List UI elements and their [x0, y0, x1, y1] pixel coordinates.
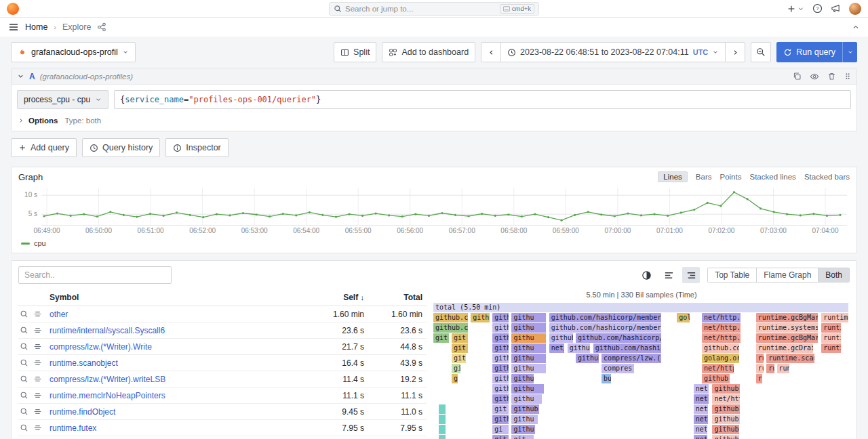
flame-node[interactable]: gola [677, 313, 690, 322]
duplicate-query-icon[interactable] [793, 72, 802, 81]
sandwich-view-icon[interactable] [33, 407, 42, 416]
new-menu-button[interactable] [787, 4, 804, 14]
flame-node[interactable]: net.Di [694, 384, 710, 394]
flame-node[interactable]: githu [511, 313, 547, 322]
view-flame-graph[interactable]: Flame Graph [756, 268, 818, 282]
flame-node[interactable]: runt [777, 364, 790, 373]
flame-node[interactable]: githu [492, 394, 509, 404]
flame-node[interactable]: net/http.(*c [702, 313, 741, 322]
flame-node[interactable]: github.cc [549, 333, 574, 343]
flame-node[interactable]: net.( [694, 404, 709, 414]
time-range-forward-button[interactable] [725, 42, 745, 62]
time-range-back-button[interactable] [481, 42, 501, 62]
flame-node[interactable]: github.com/hashicorp/memberli [576, 333, 662, 343]
breadcrumb-home[interactable]: Home [25, 22, 47, 32]
graph-style-bars[interactable]: Bars [696, 171, 712, 182]
search-input[interactable] [345, 5, 496, 13]
search-symbol-icon[interactable] [20, 326, 28, 335]
flame-node[interactable]: compres [601, 364, 635, 373]
search-symbol-icon[interactable] [20, 375, 28, 383]
flame-node[interactable]: github.com/hashicorp [593, 343, 662, 353]
help-icon[interactable]: ? [812, 3, 823, 14]
flame-node[interactable]: githu [471, 313, 490, 322]
flame-node[interactable]: runtime [821, 313, 849, 322]
query-history-button[interactable]: Query history [82, 138, 160, 157]
flame-node[interactable]: total (5.50 min) [433, 303, 849, 312]
flame-node[interactable]: runtime.systemstack ( [756, 323, 818, 333]
symbol-link[interactable]: runtime.memclrNoHeapPointers [50, 391, 302, 400]
datasource-picker[interactable]: grafanacloud-ops-profil [11, 42, 136, 62]
flame-node[interactable]: git [452, 343, 469, 353]
symbol-link[interactable]: compress/lzw.(*Writer).Write [50, 342, 302, 352]
graph-style-stacked-lines[interactable]: Stacked lines [749, 171, 795, 182]
flame-node[interactable]: githu [511, 425, 536, 434]
flame-node[interactable]: run [766, 364, 775, 373]
flame-node[interactable]: githu [511, 394, 542, 404]
sandwich-view-icon[interactable] [33, 358, 42, 367]
collapse-section-icon[interactable] [852, 23, 860, 31]
flame-node[interactable]: github.com/q [712, 425, 740, 434]
column-self[interactable]: Self ↓ [302, 293, 364, 302]
flame-node[interactable]: githu [511, 415, 538, 424]
profile-type-select[interactable]: process_cpu - cpu [17, 90, 108, 109]
flame-node[interactable]: rur [756, 374, 763, 383]
flame-node[interactable]: githu [511, 333, 547, 343]
symbol-link[interactable]: runtime/internal/syscall.Syscall6 [50, 326, 302, 335]
flame-node[interactable]: net.( [694, 435, 708, 439]
flame-node[interactable]: github.com/g [712, 384, 741, 394]
flame-node[interactable]: runtime.scanobje [766, 354, 814, 363]
flame-node[interactable]: github.com/c [702, 374, 730, 383]
sandwich-view-icon[interactable] [33, 326, 42, 335]
flame-node[interactable]: net.( [694, 415, 709, 424]
time-range-picker[interactable]: 2023-08-22 06:48:51 to 2023-08-22 07:04:… [500, 42, 726, 62]
column-symbol[interactable]: Symbol [50, 293, 302, 302]
symbol-link[interactable]: other [50, 310, 302, 319]
search-symbol-icon[interactable] [20, 423, 28, 432]
menu-toggle-icon[interactable] [8, 22, 19, 33]
split-button[interactable]: Split [334, 42, 376, 62]
flame-node[interactable]: run [756, 364, 765, 373]
flame-node[interactable]: bu [601, 374, 612, 383]
symbol-link[interactable]: runtime.findObject [50, 407, 302, 417]
flame-node[interactable]: githu [511, 384, 544, 394]
zoom-out-button[interactable] [751, 42, 771, 62]
flame-node[interactable]: git [433, 333, 450, 343]
run-query-button[interactable]: Run query [776, 42, 857, 62]
flame-node[interactable]: runtime.gcBgMarkWorke [756, 313, 818, 322]
flame-node[interactable]: github.cc [576, 354, 599, 363]
flame-node[interactable]: github.cc [568, 343, 591, 353]
flame-node[interactable]: githu [492, 333, 509, 343]
remove-query-icon[interactable] [827, 72, 836, 81]
column-total[interactable]: Total [364, 293, 427, 302]
flame-node[interactable]: githu [511, 343, 547, 353]
flame-node[interactable]: runti [821, 343, 842, 353]
flame-node[interactable] [439, 435, 446, 439]
flame-node[interactable]: git [492, 404, 509, 414]
flame-node[interactable]: net/http.Ha [702, 364, 734, 373]
flame-node[interactable]: githu [492, 313, 509, 322]
flame-node[interactable]: github.com/s [712, 404, 741, 414]
flame-node[interactable]: githu [492, 364, 509, 373]
search-symbol-icon[interactable] [20, 407, 28, 416]
symbol-search-input[interactable] [18, 266, 172, 284]
sandwich-view-icon[interactable] [33, 391, 42, 400]
run-query-caret[interactable] [842, 42, 857, 62]
sandwich-view-icon[interactable] [33, 310, 42, 318]
sandwich-view-icon[interactable] [33, 342, 42, 351]
news-icon[interactable] [831, 3, 841, 14]
flame-node[interactable]: net.( [694, 425, 708, 434]
flame-node[interactable]: github.com/q [712, 435, 740, 439]
color-scheme-toggle[interactable] [637, 267, 655, 283]
view-top-table[interactable]: Top Table [708, 268, 756, 282]
flame-node[interactable]: runti [821, 333, 842, 343]
graph-style-stacked-bars[interactable]: Stacked bars [804, 171, 850, 182]
flame-node[interactable]: net/h [549, 343, 566, 353]
flame-node[interactable]: github.com/hashicorp/memberlist.( [549, 323, 662, 333]
flame-node[interactable]: github.com/f [712, 415, 741, 424]
flame-node[interactable]: net/http.ser [702, 323, 741, 333]
flame-node[interactable]: gith [492, 415, 509, 424]
flame-node[interactable]: git [511, 435, 534, 439]
flame-node[interactable]: githu [492, 343, 509, 353]
flame-node[interactable]: github.com/hashicorp/memberlist.(* [549, 313, 662, 322]
flame-node[interactable]: git [452, 354, 467, 363]
